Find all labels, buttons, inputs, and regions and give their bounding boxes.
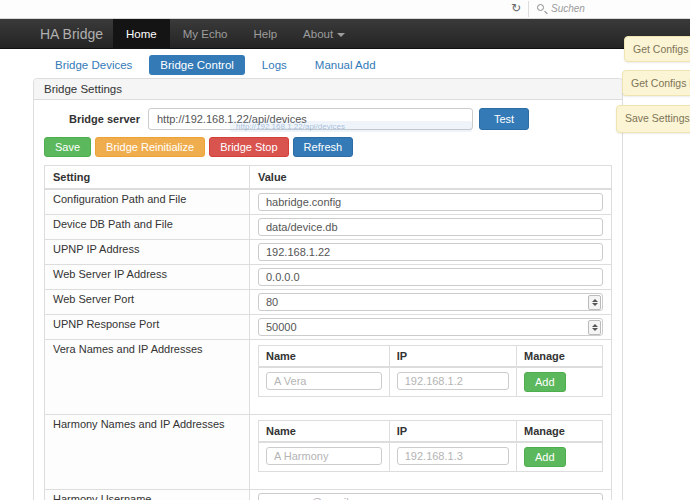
setting-label: Harmony Names and IP Addresses (45, 415, 250, 490)
name-column-header: Name (259, 421, 390, 443)
search-icon (537, 4, 544, 11)
chevron-down-icon (337, 33, 345, 37)
manage-column-header: Manage (516, 421, 602, 443)
action-button-row: Save Bridge Reinitialize Bridge Stop Ref… (44, 137, 612, 157)
bridge-server-label: Bridge server (44, 113, 148, 125)
settings-header-row: Setting Value (45, 166, 612, 190)
toast-get-configs-error[interactable]: Get Configs Error: (624, 36, 690, 62)
harmony-username-input[interactable] (258, 493, 603, 500)
device-db-path-input[interactable] (258, 218, 603, 236)
harmony-ip-input[interactable] (397, 447, 509, 465)
bridge-settings-panel: Bridge Settings Bridge server http://192… (33, 78, 623, 500)
name-column-header: Name (259, 346, 390, 368)
browser-toolbar: ↻ Suchen (0, 0, 690, 19)
setting-label: Configuration Path and File (45, 189, 250, 215)
web-server-ip-input[interactable] (258, 268, 603, 286)
tab-bridge-devices[interactable]: Bridge Devices (44, 55, 143, 75)
number-spinner-icon[interactable] (588, 320, 601, 335)
number-spinner-icon[interactable] (588, 295, 601, 310)
search-placeholder: Suchen (551, 3, 585, 14)
nav-item-about-label: About (303, 28, 333, 40)
table-row: Harmony Names and IP Addresses Name IP M… (45, 415, 612, 490)
value-column-header: Value (250, 166, 612, 190)
bridge-stop-button[interactable]: Bridge Stop (209, 137, 288, 157)
config-path-input[interactable] (258, 193, 603, 211)
save-button[interactable]: Save (44, 137, 91, 157)
manage-column-header: Manage (516, 346, 602, 368)
nav-item-help[interactable]: Help (240, 19, 290, 49)
bridge-server-row: Bridge server http://192.168.1.22/api/de… (44, 108, 612, 130)
table-row: Harmony Username (45, 490, 612, 500)
upnp-ip-input[interactable] (258, 243, 603, 261)
toast-get-configs-error[interactable]: Get Configs Error: (622, 70, 690, 96)
panel-title: Bridge Settings (34, 79, 622, 100)
tab-manual-add[interactable]: Manual Add (304, 55, 387, 75)
nested-header-row: Name IP Manage (259, 346, 603, 368)
setting-label: Web Server IP Address (45, 265, 250, 290)
table-row: Vera Names and IP Addresses Name IP Mana… (45, 340, 612, 415)
tab-bridge-control[interactable]: Bridge Control (149, 55, 245, 75)
vera-table: Name IP Manage Add (258, 345, 603, 397)
upnp-response-port-input[interactable] (258, 318, 603, 336)
toast-save-settings-error[interactable]: Save Settings Error: (616, 105, 690, 133)
setting-label: Vera Names and IP Addresses (45, 340, 250, 415)
table-row: Device DB Path and File (45, 215, 612, 240)
browser-search-input[interactable]: Suchen (529, 0, 690, 18)
nav-item-about[interactable]: About (290, 19, 358, 49)
setting-label: UPNP Response Port (45, 315, 250, 340)
tab-bar: Bridge Devices Bridge Control Logs Manua… (44, 55, 387, 75)
table-row: Web Server Port (45, 290, 612, 315)
setting-label: Web Server Port (45, 290, 250, 315)
add-vera-button[interactable]: Add (524, 372, 566, 392)
reload-icon[interactable]: ↻ (505, 0, 527, 18)
table-row: Web Server IP Address (45, 265, 612, 290)
tab-logs[interactable]: Logs (251, 55, 298, 75)
app-brand[interactable]: HA Bridge (40, 19, 103, 49)
table-row: UPNP Response Port (45, 315, 612, 340)
bridge-reinitialize-button[interactable]: Bridge Reinitialize (95, 137, 205, 157)
harmony-table: Name IP Manage Add (258, 420, 603, 472)
setting-label: UPNP IP Address (45, 240, 250, 265)
add-harmony-button[interactable]: Add (524, 447, 566, 467)
vera-ip-input[interactable] (397, 372, 509, 390)
bridge-server-input[interactable] (148, 108, 473, 130)
vera-name-input[interactable] (266, 372, 382, 390)
harmony-name-input[interactable] (266, 447, 382, 465)
table-row: UPNP IP Address (45, 240, 612, 265)
test-button[interactable]: Test (479, 108, 529, 130)
table-row: Configuration Path and File (45, 189, 612, 215)
nested-input-row: Add (259, 442, 603, 472)
nested-header-row: Name IP Manage (259, 421, 603, 443)
ip-column-header: IP (389, 346, 516, 368)
web-server-port-input[interactable] (258, 293, 603, 311)
settings-table: Setting Value Configuration Path and Fil… (44, 165, 612, 500)
nav-item-home[interactable]: Home (113, 19, 170, 49)
nav-menu: Home My Echo Help About (113, 19, 358, 49)
nav-item-my-echo[interactable]: My Echo (170, 19, 241, 49)
nested-input-row: Add (259, 367, 603, 397)
navbar: HA Bridge Home My Echo Help About (0, 19, 690, 49)
ip-column-header: IP (389, 421, 516, 443)
setting-column-header: Setting (45, 166, 250, 190)
setting-label: Harmony Username (45, 490, 250, 500)
refresh-button[interactable]: Refresh (293, 137, 354, 157)
setting-label: Device DB Path and File (45, 215, 250, 240)
